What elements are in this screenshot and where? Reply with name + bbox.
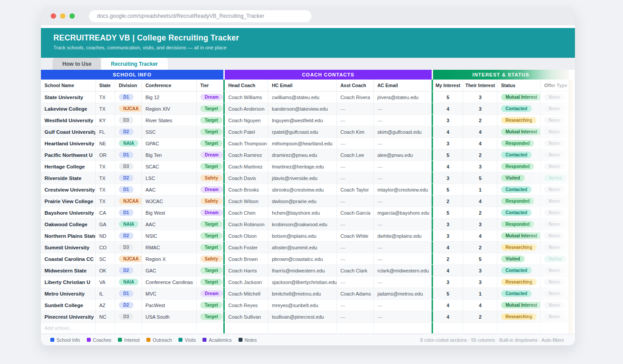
cell-ac-email[interactable]: —	[374, 242, 432, 253]
cell-state[interactable]: VA	[96, 276, 115, 288]
cell-hc-email[interactable]: krobinson@oakwood.edu	[268, 219, 337, 230]
pill-none[interactable]: None	[544, 152, 564, 158]
cell-conference[interactable]: USA South	[142, 311, 197, 322]
cell-status[interactable]: Responded	[498, 138, 541, 149]
cell-asst-coach[interactable]: —	[337, 311, 374, 322]
cell-offer[interactable]: None	[541, 276, 569, 288]
cell-tier[interactable]: Target	[197, 161, 223, 172]
cell-state[interactable]: TX	[96, 184, 115, 195]
cell-state[interactable]: TX	[96, 161, 115, 172]
cell-my-interest[interactable]: 4	[433, 265, 463, 276]
pill-target[interactable]: Target	[200, 244, 222, 251]
pill-verbal[interactable]: Verbal	[544, 175, 566, 181]
cell-ac-email[interactable]: —	[374, 196, 432, 207]
cell-ac-email[interactable]: —	[374, 276, 432, 288]
cell-conference[interactable]: NSIC	[142, 230, 197, 241]
pill-responded[interactable]: Responded	[501, 140, 534, 147]
cell-division[interactable]: NJCAA	[115, 103, 142, 114]
tab-recruiting-tracker[interactable]: Recruiting Tracker	[101, 58, 167, 70]
cell-my-interest[interactable]: 3	[433, 172, 463, 184]
cell-conference[interactable]: River States	[142, 115, 197, 126]
cell-asst-coach[interactable]: Coach White	[337, 230, 374, 241]
cell-tier[interactable]: Safety	[197, 172, 223, 184]
cell-status[interactable]: Visited	[498, 172, 541, 184]
cell-their-interest[interactable]: 3	[463, 103, 498, 114]
cell-school[interactable]: Heritage College	[41, 161, 96, 172]
pill-responded[interactable]: Responded	[501, 198, 534, 204]
pill-safety[interactable]: Safety	[200, 256, 222, 262]
cell-my-interest[interactable]: 2	[433, 196, 463, 207]
cell-ac-email[interactable]: —	[374, 103, 432, 114]
cell-conference[interactable]: AAC	[142, 184, 197, 195]
pill-safety[interactable]: Safety	[200, 175, 222, 181]
pill-none[interactable]: None	[544, 105, 564, 112]
pill-none[interactable]: None	[544, 279, 564, 285]
minimize-window-button[interactable]	[60, 13, 65, 19]
cell-conference[interactable]: Big Ten	[142, 149, 197, 160]
cell-state[interactable]: AZ	[96, 300, 115, 311]
cell-state[interactable]: SC	[96, 253, 115, 264]
pill-contacted[interactable]: Contacted	[501, 267, 532, 274]
cell-asst-coach[interactable]: —	[337, 242, 374, 253]
cell-their-interest[interactable]: 4	[463, 230, 498, 241]
cell-conference[interactable]: Region XIV	[142, 103, 197, 114]
cell-conference[interactable]: GAC	[142, 265, 197, 276]
add-school-row[interactable]: Add school...	[41, 323, 575, 334]
pill-visited[interactable]: Visited	[501, 175, 525, 181]
cell-state[interactable]: TX	[96, 196, 115, 207]
cell-conference[interactable]: SSC	[142, 126, 197, 137]
pill-researching[interactable]: Researching	[501, 117, 537, 124]
cell-division[interactable]: D1	[115, 92, 142, 103]
cell-their-interest[interactable]: 1	[463, 288, 498, 299]
cell-offer[interactable]: None	[541, 196, 569, 207]
pill-responded[interactable]: Responded	[501, 163, 534, 170]
cell-status[interactable]: Responded	[498, 196, 541, 207]
cell-hc-email[interactable]: lharris@midwestern.edu	[268, 265, 337, 276]
cell-offer[interactable]: None	[541, 138, 569, 149]
cell-their-interest[interactable]: 5	[463, 172, 498, 184]
cell-ac-email[interactable]: dwhite@nplains.edu	[374, 230, 432, 241]
pill-dream[interactable]: Dream	[200, 209, 223, 216]
cell-division[interactable]: D1	[115, 288, 142, 299]
cell-tier[interactable]: Safety	[197, 196, 223, 207]
cell-their-interest[interactable]: 2	[463, 149, 498, 160]
cell-conference[interactable]: LSC	[142, 172, 197, 184]
cell-division[interactable]: D1	[115, 207, 142, 218]
cell-school[interactable]: Prairie View College	[41, 196, 96, 207]
pill-d2[interactable]: D2	[119, 232, 134, 239]
maximize-window-button[interactable]	[69, 13, 75, 19]
cell-school[interactable]: Coastal Carolina CC	[41, 253, 96, 264]
cell-tier[interactable]: Safety	[197, 253, 223, 264]
cell-division[interactable]: D2	[115, 265, 142, 276]
pill-target[interactable]: Target	[200, 267, 222, 274]
cell-their-interest[interactable]: 2	[463, 242, 498, 253]
cell-offer[interactable]: Verbal	[541, 172, 569, 184]
pill-none[interactable]: None	[544, 140, 564, 147]
cell-school[interactable]: Northern Plains State	[41, 230, 96, 241]
pill-naia[interactable]: NAIA	[119, 221, 138, 228]
cell-status[interactable]: Mutual Interest	[498, 92, 541, 103]
cell-conference[interactable]: Big 12	[142, 92, 197, 103]
cell-tier[interactable]: Dream	[197, 92, 223, 103]
pill-njcaa[interactable]: NJCAA	[119, 198, 142, 204]
cell-state[interactable]: KY	[96, 115, 115, 126]
cell-my-interest[interactable]: 5	[433, 149, 463, 160]
pill-none[interactable]: None	[544, 313, 564, 320]
cell-status[interactable]: Researching	[498, 311, 541, 322]
pill-target[interactable]: Target	[200, 128, 222, 135]
cell-tier[interactable]: Target	[197, 126, 223, 137]
cell-asst-coach[interactable]: Coach Taylor	[337, 184, 374, 195]
cell-division[interactable]: D3	[115, 115, 142, 126]
cell-their-interest[interactable]: 3	[463, 161, 498, 172]
cell-school[interactable]: Riverside State	[41, 172, 96, 184]
cell-state[interactable]: ND	[96, 230, 115, 241]
pill-visited[interactable]: Visited	[501, 256, 525, 262]
cell-ac-email[interactable]: rclark@midwestern.edu	[374, 265, 432, 276]
cell-offer[interactable]: None	[541, 103, 569, 114]
pill-mutual-interest[interactable]: Mutual Interest	[501, 128, 541, 135]
cell-state[interactable]: TX	[96, 172, 115, 184]
cell-division[interactable]: D1	[115, 184, 142, 195]
pill-target[interactable]: Target	[200, 313, 222, 320]
cell-state[interactable]: OK	[96, 265, 115, 276]
cell-conference[interactable]: Region X	[142, 253, 197, 264]
